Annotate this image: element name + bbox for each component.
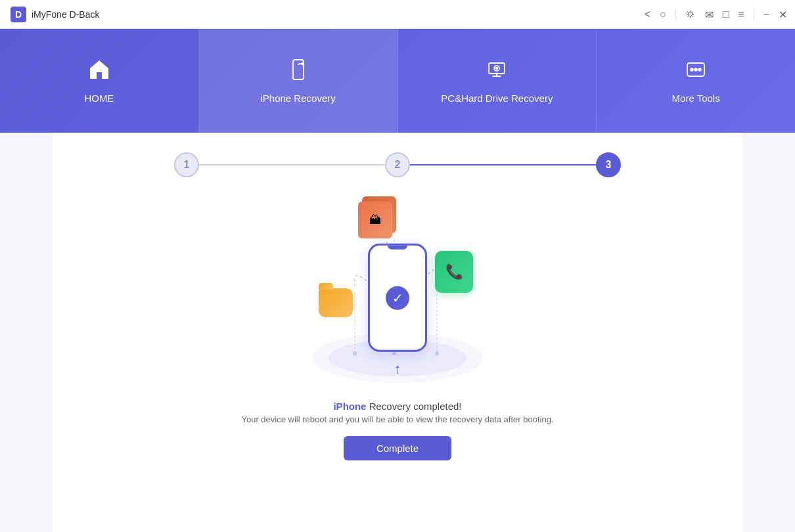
main-content: 1 2 3 [0, 133, 795, 532]
separator [675, 9, 676, 20]
nav-pc-label: PC&Hard Drive Recovery [441, 93, 553, 104]
completion-suffix: Recovery completed! [366, 401, 461, 412]
completion-line1: iPhone Recovery completed! [241, 401, 553, 412]
nav-more-tools[interactable]: More Tools [597, 29, 795, 133]
iphone-recovery-icon [286, 58, 310, 86]
contacts-icon: 📞 [445, 263, 463, 280]
svg-point-3 [496, 68, 498, 70]
svg-point-16 [392, 351, 396, 355]
folder-illustration [319, 288, 353, 317]
photo-card-front: 🏔 [358, 202, 392, 238]
chat-icon[interactable]: □ [723, 9, 729, 20]
profile-icon[interactable]: ○ [660, 9, 666, 20]
complete-button[interactable]: Complete [344, 436, 451, 460]
mail-icon[interactable]: ✉ [705, 8, 714, 20]
svg-point-17 [435, 351, 439, 355]
phone-check-icon: ✓ [386, 286, 409, 309]
app-logo: D iMyFone D-Back [11, 7, 99, 22]
steps-indicator: 1 2 3 [174, 152, 621, 177]
nav-more-label: More Tools [672, 93, 720, 104]
nav-home-label: HOME [84, 93, 114, 104]
nav-pc-recovery[interactable]: PC&Hard Drive Recovery [398, 29, 597, 133]
phone-notch [388, 246, 407, 250]
more-tools-icon [684, 58, 708, 86]
illustration: 🏔 📞 ✓ ↑ [286, 190, 509, 394]
photo-stack: 🏔 [358, 200, 398, 243]
nav-iphone-label: iPhone Recovery [261, 93, 336, 104]
title-bar: D iMyFone D-Back < ○ ⛭ ✉ □ ≡ − ✕ [0, 0, 795, 29]
svg-point-7 [691, 68, 693, 71]
svg-point-9 [698, 68, 701, 71]
nav-bar: HOME iPhone Recovery PC&Hard Drive Recov… [0, 29, 795, 133]
minimize-button[interactable]: − [763, 9, 769, 20]
svg-point-8 [694, 68, 697, 71]
app-title: iMyFone D-Back [32, 9, 99, 20]
contacts-illustration: 📞 [435, 251, 473, 293]
title-bar-actions: < ○ ⛭ ✉ □ ≡ − ✕ [645, 8, 787, 20]
separator2 [754, 9, 754, 20]
share-icon[interactable]: < [645, 9, 650, 20]
step-line-2 [410, 164, 596, 166]
close-button[interactable]: ✕ [779, 8, 787, 20]
nav-iphone-recovery[interactable]: iPhone Recovery [199, 29, 398, 133]
completion-line2: Your device will reboot and you will be … [241, 414, 553, 424]
phone-illustration: ✓ [368, 244, 427, 352]
folder-icon [319, 288, 353, 317]
home-icon [87, 58, 111, 86]
photo-illustration: 🏔 [358, 200, 398, 243]
pc-recovery-icon [485, 58, 509, 86]
completion-message: iPhone Recovery completed! Your device w… [241, 401, 553, 424]
upload-arrow: ↑ [394, 361, 401, 378]
main-inner: 1 2 3 [53, 133, 742, 532]
completion-highlight: iPhone [333, 401, 366, 412]
step-line-1 [199, 164, 385, 166]
svg-point-15 [353, 351, 357, 355]
menu-icon[interactable]: ≡ [738, 9, 744, 20]
logo-icon: D [11, 7, 26, 22]
photo-icon: 🏔 [369, 213, 381, 227]
contacts-card: 📞 [435, 251, 473, 293]
nav-home[interactable]: HOME [0, 29, 199, 133]
step-2: 2 [385, 152, 410, 177]
phone-body: ✓ [368, 244, 427, 352]
settings-icon[interactable]: ⛭ [685, 9, 696, 20]
step-1: 1 [174, 152, 199, 177]
step-3: 3 [596, 152, 621, 177]
